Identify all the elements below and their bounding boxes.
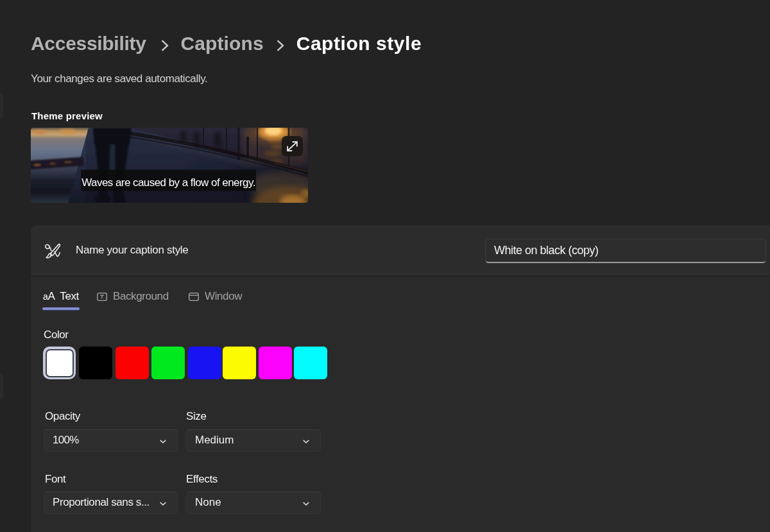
svg-text:Waves are caused by a flow of: Waves are caused by a flow of energy. (81, 176, 255, 189)
